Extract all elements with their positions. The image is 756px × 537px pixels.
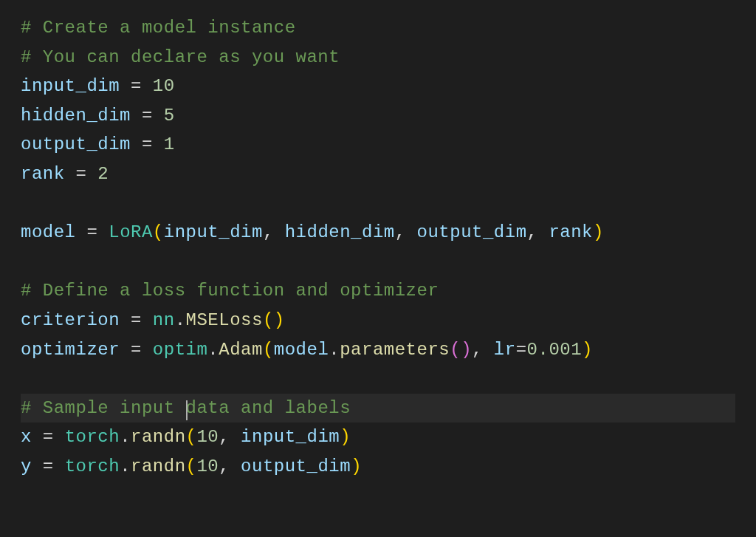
operator: = [65,164,98,184]
text-cursor [186,400,188,420]
comma: , [527,222,549,242]
argument: input_dim [164,222,263,242]
dot: . [120,427,131,447]
argument: output_dim [241,456,351,476]
dot: . [175,310,186,330]
module: nn [153,310,175,330]
number-literal: 0.001 [527,340,583,360]
function-name: Adam [219,340,263,360]
paren: ( [450,340,461,360]
module: optim [153,340,208,360]
comma: , [219,456,241,476]
variable: rank [21,164,65,184]
comma: , [472,340,494,360]
variable: output_dim [21,134,131,154]
code-editor[interactable]: # Create a model instance # You can decl… [21,13,735,482]
operator: = [131,106,164,126]
module: torch [65,427,120,447]
operator: = [120,310,153,330]
dot: . [207,340,219,360]
class-name: MSELoss [186,310,263,330]
variable: model [21,222,76,242]
operator: = [32,427,65,447]
variable: hidden_dim [21,106,131,126]
paren: ) [461,340,472,360]
dot: . [120,456,131,476]
paren: ) [593,222,604,242]
paren: ( [153,222,164,242]
number-literal: 10 [196,456,219,476]
comma: , [395,222,417,242]
number-literal: 2 [97,164,109,184]
paren: ) [340,427,351,447]
argument: input_dim [241,427,340,447]
paren: ) [351,456,362,476]
variable: criterion [21,310,120,330]
comment-line: # Define a loss function and optimizer [21,281,439,301]
paren: ( [263,310,274,330]
paren: ) [582,340,593,360]
comma: , [219,427,241,447]
operator: = [120,76,153,96]
function-name: randn [131,427,186,447]
comma: , [263,222,285,242]
paren: ( [186,456,197,476]
variable: input_dim [21,76,120,96]
operator: = [131,134,164,154]
variable: x [21,427,32,447]
argument: output_dim [417,222,527,242]
paren: ( [263,340,274,360]
comment-line: # Sample input data and labels [21,398,351,418]
number-literal: 5 [164,106,175,126]
number-literal: 10 [196,427,219,447]
class-name: LoRA [109,222,153,242]
keyword-arg: lr [494,340,516,360]
operator: = [516,340,527,360]
operator: = [120,340,153,360]
operator: = [76,222,109,242]
argument: hidden_dim [285,222,395,242]
paren: ) [274,310,285,330]
argument: rank [549,222,593,242]
comment-line: # Create a model instance [21,18,296,38]
method-name: parameters [340,340,450,360]
comment-line: # You can declare as you want [21,47,340,67]
module: torch [65,456,120,476]
number-literal: 1 [164,134,175,154]
function-name: randn [131,456,186,476]
number-literal: 10 [153,76,175,96]
dot: . [329,340,340,360]
operator: = [32,456,65,476]
variable: optimizer [21,340,120,360]
paren: ( [186,427,197,447]
variable: y [21,456,32,476]
argument: model [274,340,329,360]
